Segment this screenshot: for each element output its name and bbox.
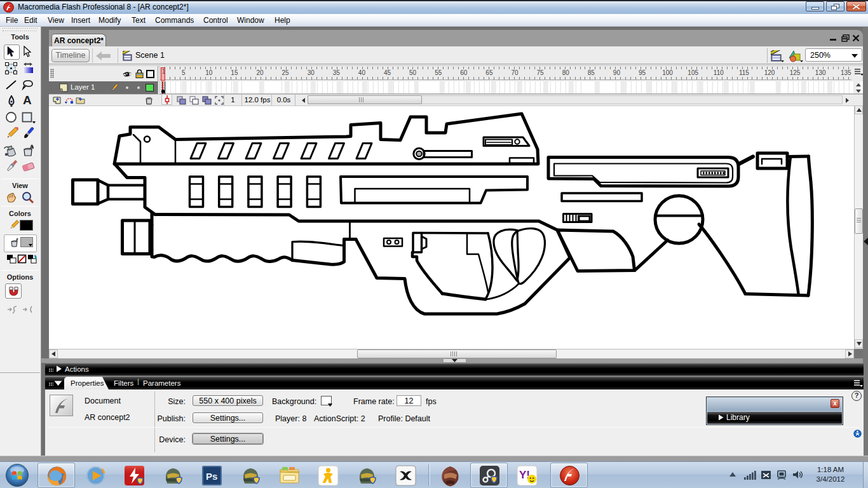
svg-text:Ps: Ps xyxy=(206,471,217,482)
